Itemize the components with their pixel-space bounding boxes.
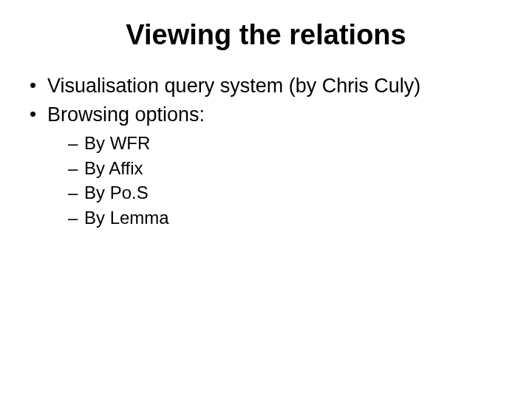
- subbullet-text: By WFR: [84, 133, 150, 153]
- slide-body: Visualisation query system (by Chris Cul…: [0, 51, 532, 230]
- subbullet-item: By Po.S: [68, 181, 504, 205]
- subbullet-item: By Affix: [68, 157, 504, 180]
- subbullet-list: By WFR By Affix By Po.S By Lemma: [28, 132, 504, 230]
- subbullet-text: By Affix: [84, 158, 143, 178]
- subbullet-text: By Lemma: [84, 208, 169, 228]
- bullet-item: Visualisation query system (by Chris Cul…: [28, 73, 504, 99]
- slide: Viewing the relations Visualisation quer…: [0, 0, 532, 399]
- bullet-text: Browsing options:: [47, 103, 205, 126]
- slide-title: Viewing the relations: [0, 0, 532, 51]
- subbullet-item: By Lemma: [68, 206, 504, 230]
- subbullet-text: By Po.S: [84, 183, 149, 202]
- bullet-item: Browsing options:: [28, 102, 504, 128]
- subbullet-item: By WFR: [68, 132, 504, 155]
- bullet-text: Visualisation query system (by Chris Cul…: [47, 75, 420, 97]
